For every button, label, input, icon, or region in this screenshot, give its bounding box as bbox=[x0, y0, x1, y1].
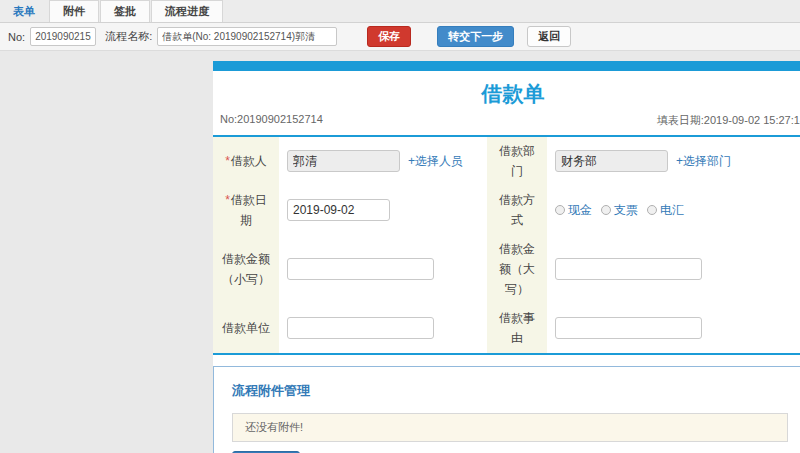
radio-wire-transfer[interactable]: 电汇 bbox=[647, 202, 684, 219]
required-mark: * bbox=[225, 193, 230, 207]
back-button[interactable]: 返回 bbox=[527, 26, 571, 47]
fill-date: 填表日期:2019-09-02 15:27:14 bbox=[657, 113, 800, 128]
radio-circle-icon bbox=[601, 205, 611, 215]
content-area: 借款单 No:20190902152714 填表日期:2019-09-02 15… bbox=[0, 51, 800, 453]
department-label: 借款部门 bbox=[487, 137, 547, 186]
borrower-input[interactable] bbox=[287, 150, 400, 172]
no-input[interactable] bbox=[30, 27, 96, 46]
select-department-link[interactable]: +选择部门 bbox=[676, 153, 731, 170]
process-name-input[interactable] bbox=[157, 27, 337, 46]
tab-form[interactable]: 表单 bbox=[0, 0, 48, 22]
no-label: No: bbox=[8, 31, 25, 43]
department-input[interactable] bbox=[555, 150, 668, 172]
command-bar: No: 流程名称: 保存 转交下一步 返回 bbox=[0, 23, 800, 51]
document-number: No:20190902152714 bbox=[220, 113, 323, 128]
panel-accent-bar bbox=[213, 61, 800, 71]
radio-circle-icon bbox=[555, 205, 565, 215]
radio-cheque[interactable]: 支票 bbox=[601, 202, 638, 219]
loan-reason-label: 借款事由 bbox=[487, 304, 547, 353]
amount-uppercase-label: 借款金额（大写） bbox=[487, 235, 547, 304]
select-person-link[interactable]: +选择人员 bbox=[408, 153, 463, 170]
tab-attachments[interactable]: 附件 bbox=[49, 0, 99, 22]
document-meta: No:20190902152714 填表日期:2019-09-02 15:27:… bbox=[213, 113, 800, 135]
borrower-label: *借款人 bbox=[213, 137, 279, 186]
attachment-header: 流程附件管理 bbox=[214, 367, 800, 400]
tab-bar: 表单 附件 签批 流程进度 bbox=[0, 0, 800, 23]
loan-unit-label: 借款单位 bbox=[213, 304, 279, 353]
form-panel: 借款单 No:20190902152714 填表日期:2019-09-02 15… bbox=[213, 61, 800, 453]
page-title: 借款单 bbox=[213, 71, 800, 113]
tab-approval[interactable]: 签批 bbox=[100, 0, 150, 22]
amount-uppercase-input[interactable] bbox=[555, 258, 702, 280]
forward-next-step-button[interactable]: 转交下一步 bbox=[437, 26, 514, 47]
amount-lowercase-label: 借款金额（小写） bbox=[213, 235, 279, 304]
loan-form-table: *借款人 +选择人员 借款部门 +选择部门 *借款日期 借款方式 现金 支票 bbox=[213, 135, 800, 355]
amount-lowercase-input[interactable] bbox=[287, 258, 434, 280]
tab-progress[interactable]: 流程进度 bbox=[151, 0, 223, 22]
no-attachment-message: 还没有附件! bbox=[232, 413, 788, 442]
radio-cash[interactable]: 现金 bbox=[555, 202, 592, 219]
loan-date-input[interactable] bbox=[287, 199, 390, 221]
process-name-label: 流程名称: bbox=[105, 29, 152, 44]
loan-method-label: 借款方式 bbox=[487, 186, 547, 235]
save-button[interactable]: 保存 bbox=[367, 26, 411, 47]
attachment-card: 流程附件管理 还没有附件! 上传附件 bbox=[213, 366, 800, 453]
loan-date-label: *借款日期 bbox=[213, 186, 279, 235]
loan-reason-input[interactable] bbox=[555, 317, 702, 339]
radio-circle-icon bbox=[647, 205, 657, 215]
loan-method-options: 现金 支票 电汇 bbox=[547, 186, 800, 235]
loan-unit-input[interactable] bbox=[287, 317, 434, 339]
required-mark: * bbox=[225, 154, 230, 168]
